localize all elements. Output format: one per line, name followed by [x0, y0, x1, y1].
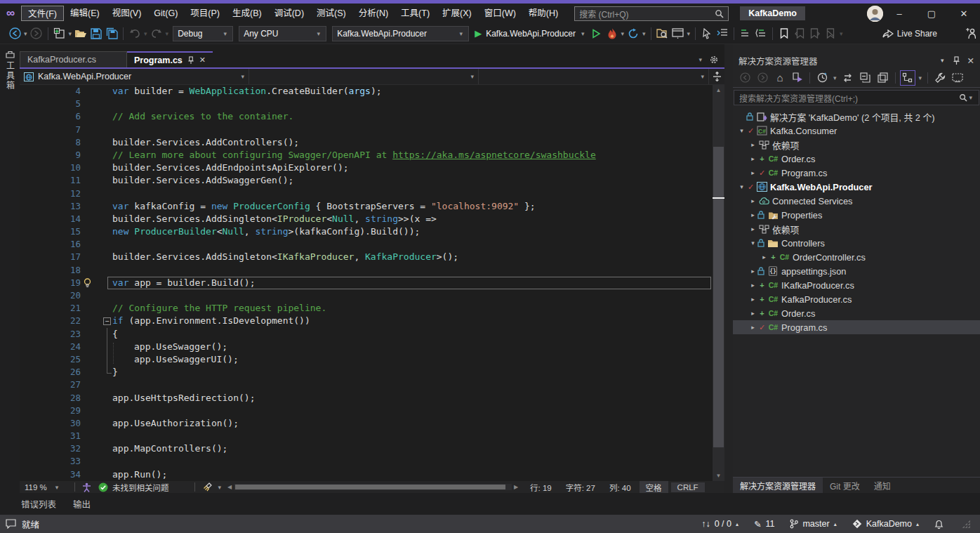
expander-open-icon[interactable]: ▾	[737, 183, 746, 190]
code-line-22[interactable]: 22−if (app.Environment.IsDevelopment())	[20, 315, 713, 327]
vertical-scrollbar-thumb[interactable]	[713, 147, 724, 447]
tree-item-Kafka.Consumer[interactable]: ▾✓C#Kafka.Consumer	[733, 124, 980, 138]
browser-preview-icon[interactable]	[670, 25, 686, 42]
menu-item-1[interactable]: 文件(F)	[21, 6, 64, 21]
uncomment-lines-icon[interactable]	[753, 25, 769, 42]
minimize-button[interactable]: –	[883, 4, 915, 23]
tree-item-KafkaProducer.cs[interactable]: ▸+C#KafkaProducer.cs	[733, 292, 980, 306]
code-line-4[interactable]: 4var builder = WebApplication.CreateBuil…	[20, 85, 713, 98]
tree-item-OrderController.cs[interactable]: ▸+C#OrderController.cs	[733, 250, 980, 264]
save-all-icon[interactable]	[104, 25, 119, 42]
caret-char-indicator[interactable]: 字符: 27	[559, 482, 602, 493]
notifications-bell-icon[interactable]	[934, 519, 943, 529]
switch-views-icon[interactable]	[840, 70, 856, 86]
panel-tab-通知[interactable]: 通知	[867, 478, 898, 493]
menu-item-5[interactable]: 项目(P)	[184, 6, 226, 21]
scroll-down-icon[interactable]: ▼	[713, 471, 724, 481]
open-file-icon[interactable]	[73, 25, 88, 42]
tree-item-Program.cs[interactable]: ▸✓C#Program.cs	[733, 320, 980, 334]
code-line-33[interactable]: 33	[20, 455, 713, 468]
git-repo-status[interactable]: KafkaDemo ▴	[852, 519, 919, 529]
send-feedback-icon[interactable]	[962, 25, 978, 42]
maximize-button[interactable]: ▢	[915, 4, 948, 23]
code-cleanup-chevron[interactable]: ▾	[217, 484, 223, 491]
pin-icon[interactable]	[953, 56, 960, 65]
properties-wrench-icon[interactable]	[932, 70, 948, 86]
tree-item-Properties[interactable]: ▸Properties	[733, 208, 980, 222]
expander-closed-icon[interactable]: ▸	[748, 155, 757, 162]
menu-item-6[interactable]: 生成(B)	[226, 6, 268, 21]
git-sync-status[interactable]: ↑↓ 0 / 0 ▴	[701, 519, 739, 529]
expander-closed-icon[interactable]: ▸	[748, 211, 757, 218]
tree-item-Connected Services[interactable]: ▸Connected Services	[733, 194, 980, 208]
navigate-back-chevron[interactable]: ▾	[22, 30, 29, 37]
code-line-8[interactable]: 8builder.Services.AddControllers();	[20, 136, 713, 149]
hot-reload-icon[interactable]	[604, 25, 620, 42]
tab-pin-icon[interactable]	[187, 56, 194, 65]
user-avatar[interactable]	[867, 6, 883, 22]
live-share-button[interactable]: Live Share	[877, 28, 943, 39]
start-debugging-button[interactable]: ▶ Kafka.WebApi.Producer ▾	[472, 28, 588, 39]
undo-icon[interactable]	[127, 25, 143, 42]
panel-close-icon[interactable]: ✕	[967, 55, 974, 66]
hot-reload-chevron[interactable]: ▾	[620, 30, 626, 37]
menu-item-12[interactable]: 窗口(W)	[478, 6, 522, 21]
zoom-dropdown[interactable]: 119 % ▾	[20, 483, 70, 492]
new-project-chevron[interactable]: ▾	[67, 30, 74, 37]
code-line-27[interactable]: 27	[20, 379, 713, 391]
health-status-text[interactable]: 未找到相关问题	[112, 482, 169, 493]
code-line-23[interactable]: 23{	[20, 328, 713, 341]
browser-preview-chevron[interactable]: ▾	[686, 30, 692, 37]
tree-item-IKafkaProducer.cs[interactable]: ▸+C#IKafkaProducer.cs	[733, 278, 980, 292]
start-without-debugging-icon[interactable]	[589, 25, 604, 42]
menu-item-7[interactable]: 调试(D)	[268, 6, 310, 21]
code-line-26[interactable]: 26}	[20, 366, 713, 379]
collapse-all-icon[interactable]	[858, 70, 873, 86]
save-icon[interactable]	[88, 25, 104, 42]
expander-open-icon[interactable]: ▾	[748, 239, 757, 246]
feedback-bubble-icon[interactable]	[6, 519, 16, 529]
code-line-7[interactable]: 7	[20, 124, 713, 136]
preview-selected-items-icon[interactable]	[950, 70, 965, 86]
expander-closed-icon[interactable]: ▸	[760, 254, 769, 261]
expander-closed-icon[interactable]: ▸	[748, 310, 757, 317]
close-button[interactable]: ✕	[948, 4, 980, 23]
navbar-member-dropdown[interactable]: ▾	[479, 69, 709, 84]
tree-item-依赖项[interactable]: ▸依赖项	[733, 222, 980, 236]
toolbox-autohide-tab[interactable]: 工具箱	[0, 50, 20, 91]
expander-closed-icon[interactable]: ▸	[748, 169, 757, 176]
next-bookmark-icon[interactable]	[807, 25, 823, 42]
code-line-16[interactable]: 16	[20, 238, 713, 251]
code-line-6[interactable]: 6// Add services to the container.	[20, 110, 713, 123]
expander-open-icon[interactable]: ▾	[737, 127, 746, 134]
quick-search-input[interactable]: 搜索 (Ctrl+Q)	[574, 6, 729, 21]
code-line-32[interactable]: 32app.MapControllers();	[20, 442, 713, 455]
code-line-11[interactable]: 11builder.Services.AddSwaggerGen();	[20, 174, 713, 187]
code-line-18[interactable]: 18	[20, 264, 713, 277]
se-home-icon[interactable]: ⌂	[772, 70, 788, 86]
navbar-project-dropdown[interactable]: Kafka.WebApi.Producer ▾	[20, 69, 249, 84]
document-tab-Program.cs[interactable]: Program.cs✕	[127, 51, 213, 67]
se-back-icon[interactable]	[737, 70, 753, 86]
health-check-icon[interactable]	[94, 482, 112, 492]
panel-options-chevron[interactable]: ▾	[939, 57, 946, 64]
find-in-files-icon[interactable]	[655, 25, 670, 42]
solution-configuration-dropdown[interactable]: Debug ▾	[173, 26, 233, 41]
tree-item-Order.cs[interactable]: ▸+C#Order.cs	[733, 306, 980, 320]
scroll-up-icon[interactable]: ▲	[713, 85, 724, 96]
code-line-13[interactable]: 13var kafkaConfig = new ProducerConfig {…	[20, 200, 713, 213]
tree-item-Kafka.WebApi.Producer[interactable]: ▾✓Kafka.WebApi.Producer	[733, 180, 980, 194]
menu-item-13[interactable]: 帮助(H)	[522, 6, 564, 21]
menu-item-4[interactable]: Git(G)	[147, 6, 184, 21]
format-document-icon[interactable]	[715, 25, 730, 42]
expander-closed-icon[interactable]: ▸	[748, 296, 757, 303]
indentation-mode-chip[interactable]: 空格	[640, 481, 668, 494]
tree-item-依赖项[interactable]: ▸依赖项	[733, 138, 980, 152]
code-line-14[interactable]: 14builder.Services.AddSingleton<IProduce…	[20, 213, 713, 225]
code-line-15[interactable]: 15new ProducerBuilder<Null, string>(kafk…	[20, 225, 713, 238]
tab-options-gear-icon[interactable]	[709, 55, 719, 65]
solution-platform-dropdown[interactable]: Any CPU ▾	[239, 26, 326, 41]
panel-splitter[interactable]	[724, 44, 733, 493]
caret-line-indicator[interactable]: 行: 19	[523, 482, 559, 493]
filter-chevron[interactable]: ▾	[832, 74, 838, 81]
